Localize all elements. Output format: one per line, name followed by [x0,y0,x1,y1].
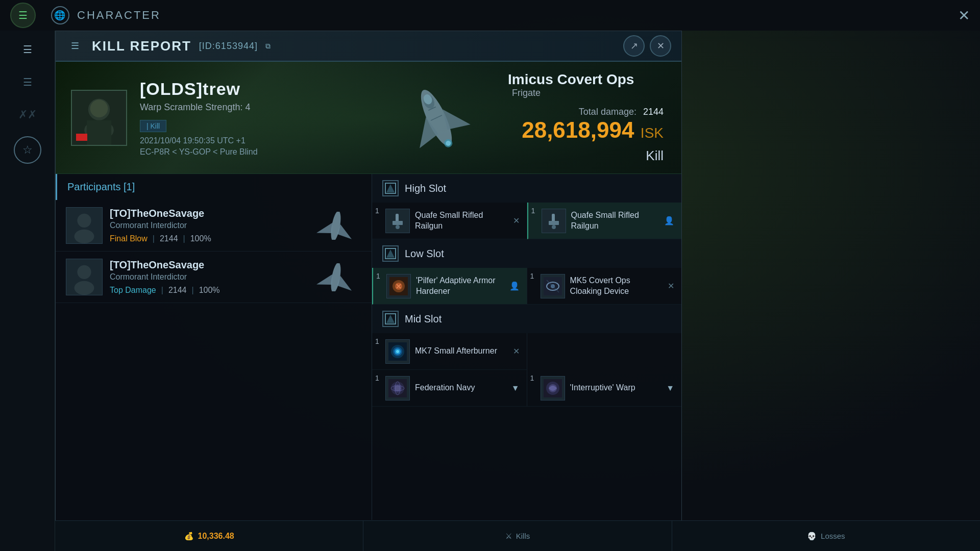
low-slot-icon [382,245,399,262]
ship-name-display: Imicus Covert Ops Frigate [508,71,664,98]
participant-2-avatar [66,259,103,295]
total-damage-label: Total damage: 2144 [579,107,664,117]
railgun-left-remove[interactable]: ✕ [513,216,520,226]
kill-location: EC-P8R < YS-GOP < Pure Blind [140,147,258,157]
kr-close-icon: ✕ [657,40,665,52]
sidebar-menu2-icon[interactable]: ☰ [14,71,41,93]
kr-actions: ↗ ✕ [623,35,671,57]
copy-icon[interactable]: ⧉ [265,42,271,51]
kr-close-button[interactable]: ✕ [650,35,671,57]
svg-point-15 [77,214,91,228]
close-top-button[interactable]: ✕ [958,7,970,24]
isk-value-display: 28,618,994 ISK [522,117,664,143]
participant-1-ship: Cormorant Interdictor [110,221,303,230]
railgun-right-icon [542,209,566,233]
mid-slot-left-col: 1 MK7 S [372,333,527,370]
x-icon: ✗✗ [18,108,37,121]
participant-1-percent: 100% [190,234,211,243]
sidebar-menu-icon[interactable]: ☰ [14,38,41,61]
low-slot-right-col: 1 MK5 Covert Ops Cloaking De [527,268,682,305]
participant-1-name: [TO]TheOneSavage [110,208,303,219]
top-bar: ☰ 🌐 CHARACTER ✕ [0,0,980,31]
svg-point-55 [395,385,401,391]
participant-row-2: [TO]TheOneSavage Cormorant Interdictor T… [56,252,372,303]
mid-slot2-right-col: 1 'Interruptive' Warp [527,370,682,407]
sidebar-close-icon[interactable]: ✗✗ [14,104,41,126]
mid-slot-right-col-empty [527,333,682,370]
item-qty: 1 [530,374,534,382]
export-button[interactable]: ↗ [623,35,645,57]
top-menu-button[interactable]: ☰ [10,3,36,28]
participant-2-percent: 100% [199,286,220,295]
kills-label: Kills [516,532,530,540]
high-slot-icon [382,180,399,196]
participant-2-damage: 2144 [168,286,187,295]
afterburner-icon [385,339,410,364]
pilot-avatar [71,90,127,146]
svg-rect-4 [87,120,111,144]
kr-hamburger-icon: ☰ [71,40,79,52]
low-slot-header: Low Slot [372,239,681,268]
mid-slot2-left-col: 1 [372,370,527,407]
warp-scramble-strength: Warp Scramble Strength: 4 [140,102,258,113]
participants-panel: Participants [1] [TO]TheOneSavag [56,174,372,520]
interruptive-dropdown[interactable]: ▼ [666,384,674,393]
losses-icon: 💀 [807,532,817,541]
cloaking-icon [541,274,565,298]
afterburner-remove[interactable]: ✕ [513,346,520,356]
kill-report-header: ☰ KILL REPORT [ID:6153944] ⧉ ↗ ✕ [56,31,681,62]
kr-menu-button[interactable]: ☰ [66,37,84,55]
participant-2-info: [TO]TheOneSavage Cormorant Interdictor T… [110,259,303,295]
character-header: 🌐 CHARACTER [51,6,161,24]
item-qty: 1 [530,272,534,280]
ship-svg [385,67,487,169]
kill-datetime: 2021/10/04 19:50:35 UTC +1 [140,136,258,145]
afterburner-name: MK7 Small Afterburner [415,346,508,357]
pilfer-person[interactable]: 👤 [509,281,520,291]
mid-slot-header: Mid Slot [372,305,681,333]
avatar-badge [76,134,87,141]
kr-content-wrapper: Participants [1] [TO]TheOneSavag [56,174,681,551]
participants-header: Participants [1] [56,174,372,200]
hamburger-icon: ☰ [18,9,28,21]
kill-stats: Imicus Covert Ops Frigate Total damage: … [508,62,671,173]
svg-point-3 [90,99,108,117]
svg-rect-34 [549,221,559,225]
mid-slot-items: 1 MK7 S [372,333,681,370]
low-slot-title: Low Slot [405,248,444,260]
federation-navy-icon [385,376,410,400]
railgun-left-icon [385,209,410,233]
item-qty: 1 [375,337,379,345]
high-slot-right-col: 1 Quafe Small Rifled Railgun [527,203,682,239]
interruptive-warp-name: 'Interruptive' Warp [570,383,662,393]
cloaking-remove[interactable]: ✕ [668,281,674,291]
item-qty: 1 [376,272,380,280]
pilot-name: [OLDS]trew [140,79,258,99]
low-slot-left-col: 1 'Pilfer' Adaptive Armor Ha [372,268,527,305]
kills-button[interactable]: ⚔ Kills [363,521,672,551]
menu2-icon: ☰ [23,76,32,88]
pilfer-item: 1 'Pilfer' Adaptive Armor Ha [372,268,527,305]
svg-point-22 [75,281,94,295]
interruptive-warp-item: 1 'Interruptive' Warp [527,370,682,407]
losses-button[interactable]: 💀 Losses [672,521,980,551]
sidebar-star-icon[interactable]: ☆ [14,136,41,164]
federation-navy-dropdown[interactable]: ▼ [511,384,520,393]
participant-2-name: [TO]TheOneSavage [110,259,303,271]
participant-1-stats: Final Blow | 2144 | 100% [110,234,303,243]
svg-marker-46 [386,315,395,323]
pilfer-name: 'Pilfer' Adaptive Armor Hardener [416,276,504,297]
railgun-right-person[interactable]: 👤 [664,216,674,226]
participant-1-damage: 2144 [160,234,178,243]
afterburner-item: 1 MK7 S [372,333,527,370]
kill-report-title: KILL REPORT [92,38,191,54]
svg-point-51 [396,350,399,353]
losses-label: Losses [821,532,845,540]
mid-slot-icon [382,311,399,327]
pilfer-icon [386,274,411,298]
kill-type-badge: | Kill [140,120,166,132]
bottom-bar: 💰 10,336.48 ⚔ Kills 💀 Losses [55,520,980,551]
svg-marker-37 [386,249,395,258]
participant-1-ship-img [310,210,361,241]
cloaking-name: MK5 Covert Ops Cloaking Device [570,276,663,297]
